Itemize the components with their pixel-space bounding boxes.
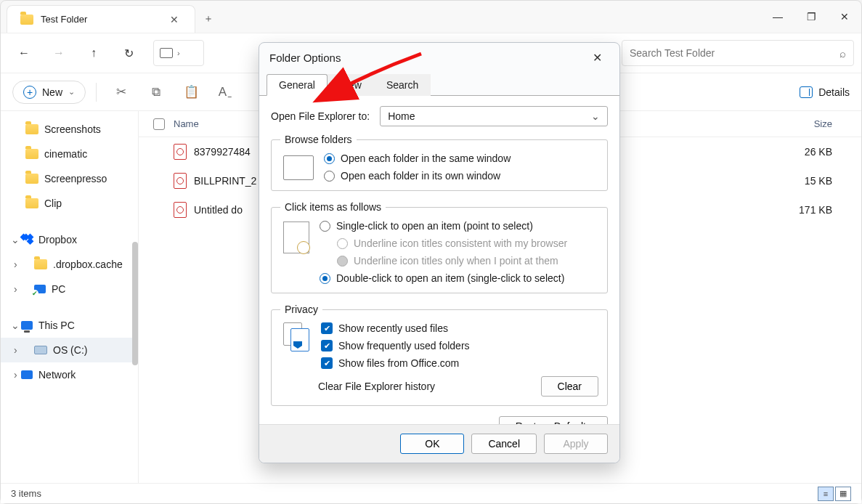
chevron-down-icon: ⌄	[68, 87, 75, 97]
details-view-toggle[interactable]: ≡	[818, 487, 834, 501]
nav-cinematic[interactable]: cinematic	[1, 142, 138, 166]
status-bar: 3 items ≡ ▦	[1, 483, 861, 503]
dialog-titlebar: Folder Options ✕	[259, 43, 619, 72]
check-recent-files[interactable]: ✔Show recently used files	[321, 322, 598, 334]
nav-dropbox-cache[interactable]: .dropbox.cache	[1, 252, 138, 277]
apply-button[interactable]: Apply	[544, 434, 608, 454]
tab-test-folder[interactable]: Test Folder ✕	[7, 5, 195, 33]
view-toggles: ≡ ▦	[818, 487, 851, 501]
details-label: Details	[818, 86, 850, 98]
check-frequent-folders[interactable]: ✔Show frequently used folders	[321, 340, 598, 351]
new-label: New	[42, 86, 62, 98]
nav-this-pc[interactable]: This PC	[1, 313, 138, 338]
ok-button[interactable]: OK	[400, 434, 464, 454]
cut-button[interactable]: ✂	[107, 79, 136, 105]
click-legend: Click items as follows	[280, 201, 386, 213]
address-bar[interactable]: ›	[153, 40, 204, 66]
clear-history-label: Clear File Explorer history	[318, 381, 435, 392]
radio-underline-browser: Underline icon titles consistent with my…	[320, 237, 598, 249]
up-button[interactable]: ↑	[78, 38, 110, 68]
dialog-close-button[interactable]: ✕	[585, 46, 609, 69]
icons-view-toggle[interactable]: ▦	[835, 487, 851, 501]
nav-network[interactable]: Network	[1, 362, 138, 387]
drive-icon	[34, 346, 47, 354]
details-pane-button[interactable]: Details	[800, 86, 850, 98]
folder-icon	[34, 259, 47, 269]
open-explorer-combo[interactable]: Home	[380, 106, 608, 126]
tab-title: Test Folder	[41, 14, 160, 25]
details-icon	[800, 86, 813, 98]
titlebar: Test Folder ✕ ＋ — ❐ ✕	[1, 1, 861, 33]
privacy-group: Privacy ✔Show recently used files ✔Show …	[271, 304, 608, 406]
new-tab-button[interactable]: ＋	[195, 5, 221, 33]
pdf-icon	[174, 202, 187, 218]
browse-thumb-icon	[283, 155, 314, 180]
open-explorer-label: Open File Explorer to:	[271, 110, 370, 122]
folder-icon	[25, 198, 38, 208]
cancel-button[interactable]: Cancel	[471, 434, 537, 454]
folder-options-dialog: Folder Options ✕ General View Search Ope…	[259, 42, 620, 463]
radio-double-click[interactable]: Double-click to open an item (single-cli…	[320, 272, 598, 284]
folder-icon	[25, 174, 38, 184]
close-button[interactable]: ✕	[828, 1, 861, 33]
tab-search[interactable]: Search	[374, 74, 431, 96]
click-thumb-icon	[283, 221, 309, 253]
network-icon	[21, 370, 33, 379]
select-all-checkbox[interactable]	[153, 118, 174, 130]
nav-dropbox[interactable]: Dropbox	[1, 227, 138, 252]
dialog-tabs: General View Search	[259, 73, 619, 96]
pc-icon	[34, 285, 46, 293]
navigation-pane: Screenshots cinematic Screenpresso Clip …	[1, 111, 139, 483]
dialog-body: Open File Explorer to: Home Browse folde…	[259, 96, 619, 424]
pc-crumb[interactable]: ›	[154, 41, 186, 65]
nav-screenpresso[interactable]: Screenpresso	[1, 166, 138, 191]
restore-button[interactable]: ❐	[794, 1, 828, 33]
tab-view[interactable]: View	[328, 74, 374, 96]
refresh-button[interactable]: ↻	[113, 38, 145, 68]
radio-underline-point: Underline icon titles only when I point …	[320, 255, 598, 267]
window-controls: — ❐ ✕	[761, 1, 861, 33]
browse-legend: Browse folders	[280, 134, 357, 145]
folder-icon	[20, 15, 33, 25]
radio-single-click[interactable]: Single-click to open an item (point to s…	[320, 220, 598, 232]
new-button[interactable]: + New ⌄	[12, 81, 86, 104]
clear-history-button[interactable]: Clear	[541, 376, 598, 397]
privacy-thumb-icon	[283, 322, 311, 350]
nav-clip[interactable]: Clip	[1, 191, 138, 216]
nav-screenshots[interactable]: Screenshots	[1, 117, 138, 142]
column-size[interactable]: Size	[745, 118, 861, 129]
dialog-footer: OK Cancel Apply	[259, 424, 619, 463]
nav-pc-shortcut[interactable]: PC	[1, 277, 138, 301]
nav-os-c[interactable]: OS (C:)	[1, 338, 138, 362]
tab-general[interactable]: General	[267, 74, 328, 96]
dialog-title: Folder Options	[269, 52, 341, 64]
paste-button[interactable]: 📋	[176, 79, 206, 105]
restore-defaults-button[interactable]: Restore Defaults	[499, 416, 608, 424]
window-tabs: Test Folder ✕ ＋	[1, 1, 221, 33]
pdf-icon	[174, 144, 187, 160]
check-office-files[interactable]: ✔Show files from Office.com	[321, 357, 598, 369]
click-items-group: Click items as follows Single-click to o…	[271, 201, 608, 293]
pdf-icon	[174, 173, 187, 189]
copy-button[interactable]: ⧉	[142, 79, 171, 105]
separator	[96, 83, 97, 102]
browse-folders-group: Browse folders Open each folder in the s…	[271, 134, 608, 191]
dropbox-icon	[21, 235, 33, 245]
privacy-legend: Privacy	[280, 304, 322, 315]
folder-icon	[25, 124, 38, 134]
item-count: 3 items	[11, 488, 41, 499]
plus-icon: +	[23, 86, 36, 99]
pc-icon	[21, 321, 33, 330]
rename-button[interactable]: Aˍ	[211, 79, 240, 105]
folder-icon	[25, 149, 38, 159]
tab-close-icon[interactable]: ✕	[167, 11, 182, 28]
radio-same-window[interactable]: Open each folder in the same window	[324, 153, 598, 164]
nav-scrollbar[interactable]	[132, 242, 138, 365]
search-box[interactable]: ⌕	[622, 40, 854, 66]
search-input[interactable]	[630, 47, 839, 59]
search-icon: ⌕	[839, 47, 846, 60]
forward-button[interactable]: →	[43, 38, 75, 68]
radio-own-window[interactable]: Open each folder in its own window	[324, 170, 598, 182]
back-button[interactable]: ←	[8, 38, 40, 68]
minimize-button[interactable]: —	[761, 1, 794, 33]
